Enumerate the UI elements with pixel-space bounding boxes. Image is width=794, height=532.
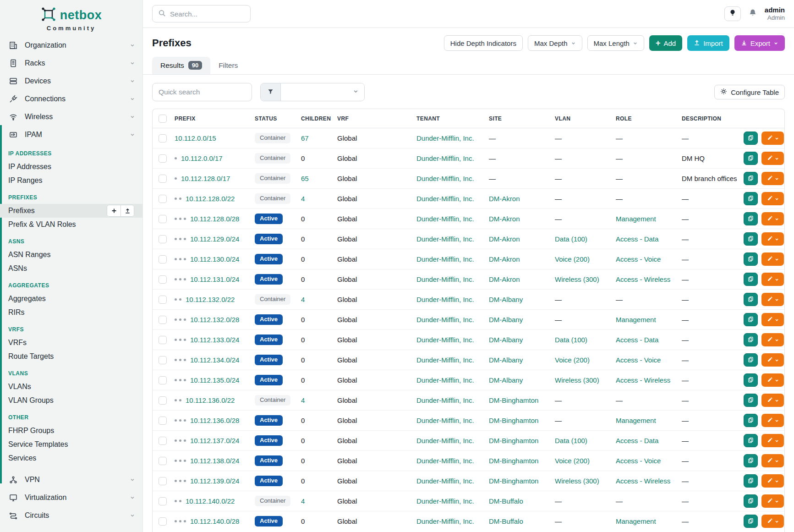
edit-button[interactable] xyxy=(761,394,784,407)
prefix-link[interactable]: 10.112.128.0/17 xyxy=(181,175,230,182)
clone-button[interactable] xyxy=(744,373,758,387)
import-button[interactable]: Import xyxy=(687,35,729,51)
tenant-link[interactable]: Dunder-Mifflin, Inc. xyxy=(416,316,474,324)
quick-search-input[interactable] xyxy=(152,83,252,101)
column-header-vlan[interactable]: VLAN xyxy=(555,109,616,128)
site-link[interactable]: DM-Akron xyxy=(489,215,520,223)
clone-button[interactable] xyxy=(744,313,758,326)
edit-button[interactable] xyxy=(761,494,784,508)
prefix-link[interactable]: 10.112.132.0/22 xyxy=(186,296,235,303)
tenant-link[interactable]: Dunder-Mifflin, Inc. xyxy=(416,477,474,485)
clone-button[interactable] xyxy=(744,172,758,185)
site-link[interactable]: DM-Albany xyxy=(489,336,523,344)
row-checkbox[interactable] xyxy=(159,417,167,425)
prefix-link[interactable]: 10.112.128.0/28 xyxy=(190,215,239,223)
site-link[interactable]: DM-Binghamton xyxy=(489,477,538,485)
tenant-link[interactable]: Dunder-Mifflin, Inc. xyxy=(416,336,474,344)
prefix-link[interactable]: 10.112.138.0/24 xyxy=(190,457,239,465)
add-button[interactable]: + Add xyxy=(649,35,682,51)
sidebar-item-ip-ranges[interactable]: IP Ranges xyxy=(0,174,142,187)
vlan-link[interactable]: Data (100) xyxy=(555,336,587,344)
saved-filter-select[interactable] xyxy=(281,83,364,101)
site-link[interactable]: DM-Binghamton xyxy=(489,417,538,424)
clone-button[interactable] xyxy=(744,273,758,286)
edit-button[interactable] xyxy=(761,132,784,145)
clone-button[interactable] xyxy=(744,474,758,488)
prefix-link[interactable]: 10.112.134.0/24 xyxy=(190,356,239,364)
prefix-link[interactable]: 10.112.0.0/17 xyxy=(181,154,223,162)
clone-button[interactable] xyxy=(744,152,758,165)
edit-button[interactable] xyxy=(761,353,784,367)
row-checkbox[interactable] xyxy=(159,195,167,203)
prefix-link[interactable]: 10.112.132.0/28 xyxy=(190,316,239,324)
prefix-link[interactable]: 10.112.140.0/28 xyxy=(190,517,239,525)
row-checkbox[interactable] xyxy=(159,356,167,364)
edit-button[interactable] xyxy=(761,152,784,165)
user-menu[interactable]: admin Admin xyxy=(765,6,785,22)
row-checkbox[interactable] xyxy=(159,175,167,183)
row-checkbox[interactable] xyxy=(159,255,167,263)
clone-button[interactable] xyxy=(744,353,758,367)
clone-button[interactable] xyxy=(744,252,758,266)
clone-button[interactable] xyxy=(744,494,758,508)
site-link[interactable]: DM-Akron xyxy=(489,275,520,283)
configure-table-button[interactable]: Configure Table xyxy=(714,85,785,99)
sidebar-item-vlans[interactable]: VLANs xyxy=(0,380,142,394)
children-count[interactable]: 4 xyxy=(301,296,305,303)
tenant-link[interactable]: Dunder-Mifflin, Inc. xyxy=(416,457,474,465)
sidebar-item-virtualization[interactable]: Virtualization xyxy=(0,488,142,506)
vlan-link[interactable]: Voice (200) xyxy=(555,255,590,263)
tenant-link[interactable]: Dunder-Mifflin, Inc. xyxy=(416,296,474,303)
prefix-link[interactable]: 10.112.129.0/24 xyxy=(190,235,239,243)
row-checkbox[interactable] xyxy=(159,477,167,485)
prefix-link[interactable]: 10.112.139.0/24 xyxy=(190,477,239,485)
site-link[interactable]: DM-Akron xyxy=(489,195,520,203)
site-link[interactable]: DM-Binghamton xyxy=(489,396,538,404)
select-all-checkbox[interactable] xyxy=(159,115,167,123)
sidebar-item-vrfs[interactable]: VRFs xyxy=(0,336,142,350)
role-link[interactable]: Management xyxy=(616,417,656,424)
tenant-link[interactable]: Dunder-Mifflin, Inc. xyxy=(416,215,474,223)
filter-button[interactable] xyxy=(261,83,281,101)
edit-button[interactable] xyxy=(761,414,784,427)
tenant-link[interactable]: Dunder-Mifflin, Inc. xyxy=(416,275,474,283)
tenant-link[interactable]: Dunder-Mifflin, Inc. xyxy=(416,235,474,243)
sidebar-item-racks[interactable]: Racks xyxy=(0,54,142,72)
sidebar-item-prefixes[interactable]: Prefixes xyxy=(0,204,142,218)
column-header-vrf[interactable]: VRF xyxy=(337,109,416,128)
sidebar-item-prefix-vlan-roles[interactable]: Prefix & VLAN Roles xyxy=(0,218,142,231)
tenant-link[interactable]: Dunder-Mifflin, Inc. xyxy=(416,175,474,182)
site-link[interactable]: DM-Albany xyxy=(489,296,523,303)
prefix-link[interactable]: 10.112.137.0/24 xyxy=(190,437,239,444)
tenant-link[interactable]: Dunder-Mifflin, Inc. xyxy=(416,134,474,142)
row-checkbox[interactable] xyxy=(159,235,167,243)
edit-button[interactable] xyxy=(761,313,784,326)
site-link[interactable]: DM-Binghamton xyxy=(489,457,538,465)
edit-button[interactable] xyxy=(761,293,784,306)
edit-button[interactable] xyxy=(761,454,784,467)
prefix-link[interactable]: 10.112.0.0/15 xyxy=(175,134,216,142)
prefix-link[interactable]: 10.112.128.0/22 xyxy=(186,195,235,203)
vlan-link[interactable]: Voice (200) xyxy=(555,457,590,465)
tenant-link[interactable]: Dunder-Mifflin, Inc. xyxy=(416,497,474,505)
tenant-link[interactable]: Dunder-Mifflin, Inc. xyxy=(416,154,474,162)
edit-button[interactable] xyxy=(761,434,784,447)
edit-button[interactable] xyxy=(761,515,784,528)
site-link[interactable]: DM-Buffalo xyxy=(489,497,523,505)
sidebar-item-devices[interactable]: Devices xyxy=(0,72,142,90)
sidebar-item-vpn[interactable]: VPN xyxy=(0,471,142,488)
prefix-link[interactable]: 10.112.133.0/24 xyxy=(190,336,239,344)
role-link[interactable]: Access - Wireless xyxy=(616,477,670,485)
sidebar-item-ipam[interactable]: IPAM xyxy=(0,126,142,143)
sidebar-item-organization[interactable]: Organization xyxy=(0,36,142,54)
row-checkbox[interactable] xyxy=(159,215,167,223)
prefix-link[interactable]: 10.112.131.0/24 xyxy=(190,275,239,283)
site-link[interactable]: DM-Albany xyxy=(489,316,523,324)
sidebar-item-fhrp-groups[interactable]: FHRP Groups xyxy=(0,424,142,438)
edit-button[interactable] xyxy=(761,192,784,205)
row-checkbox[interactable] xyxy=(159,296,167,304)
children-count[interactable]: 67 xyxy=(301,134,309,142)
column-header-description[interactable]: DESCRIPTION xyxy=(682,109,744,128)
sidebar-item-asns[interactable]: ASNs xyxy=(0,262,142,275)
max-depth-dropdown[interactable]: Max Depth xyxy=(528,35,582,51)
